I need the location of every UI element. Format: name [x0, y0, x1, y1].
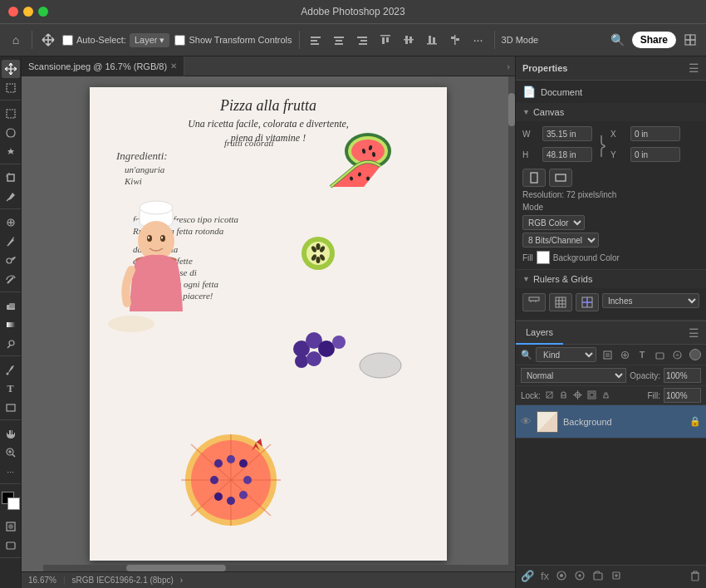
home-icon[interactable]: ⌂: [7, 31, 25, 49]
transform-checkbox[interactable]: [174, 35, 185, 46]
clone-tool[interactable]: [2, 252, 20, 270]
rulers-toggle-icon: ▼: [522, 275, 530, 283]
rulers-section-header[interactable]: ▼ Rulers & Grids: [516, 270, 706, 288]
layer-visibility-icon[interactable]: 👁: [521, 415, 532, 428]
dodge-tool[interactable]: [2, 335, 20, 353]
lock-transparent-icon[interactable]: [544, 390, 555, 402]
transform-check[interactable]: Show Transform Controls: [174, 35, 292, 46]
opacity-input[interactable]: [664, 368, 701, 383]
units-select[interactable]: Inches: [602, 293, 699, 308]
svg-point-68: [108, 316, 154, 332]
link-dimensions-icon[interactable]: [596, 134, 607, 159]
text-tool[interactable]: T: [2, 380, 20, 398]
filter-adjustment-icon[interactable]: [617, 347, 632, 362]
svg-point-96: [243, 476, 252, 484]
filter-shape-icon[interactable]: [652, 347, 667, 362]
document-tab[interactable]: Scansione.jpeg @ 16.7% (RGB/8) ✕: [22, 56, 184, 76]
quick-mask-mode[interactable]: [2, 517, 20, 536]
rulers-icon[interactable]: [522, 293, 546, 311]
vertical-scrollbar-thumb[interactable]: [508, 93, 515, 126]
layer-type-btn[interactable]: Layer ▾: [130, 33, 170, 47]
eraser-tool[interactable]: [2, 296, 20, 315]
y-row: Y: [610, 147, 680, 162]
x-input[interactable]: [630, 126, 680, 141]
distribute-more-icon[interactable]: ···: [469, 31, 488, 49]
layer-mask-icon[interactable]: [556, 570, 567, 584]
zoom-tool[interactable]: [2, 443, 20, 462]
tab-scroll-right[interactable]: ›: [502, 61, 515, 71]
more-tools[interactable]: ···: [2, 463, 20, 481]
filter-pixel-icon[interactable]: [600, 347, 615, 362]
vertical-scrollbar[interactable]: [508, 76, 515, 571]
history-brush-tool[interactable]: [2, 271, 20, 289]
portrait-icon[interactable]: [522, 169, 546, 187]
move-tool-icon[interactable]: [39, 31, 57, 49]
layer-effects-icon[interactable]: fx: [541, 570, 549, 584]
filter-smart-icon[interactable]: [669, 347, 684, 362]
align-right-icon[interactable]: [353, 31, 371, 49]
mode-select[interactable]: RGB Color: [522, 215, 585, 230]
share-button[interactable]: Share: [632, 32, 676, 48]
blend-mode-select[interactable]: Normal: [521, 368, 626, 383]
delete-layer-icon[interactable]: [689, 570, 701, 584]
fill-value-input[interactable]: [664, 388, 701, 403]
statusbar-arrow[interactable]: ›: [180, 576, 183, 585]
lock-image-icon[interactable]: [558, 390, 569, 402]
close-button[interactable]: [8, 7, 18, 17]
transform-tool[interactable]: [2, 79, 20, 97]
adjustment-layer-icon[interactable]: [574, 570, 586, 584]
distribute-mid-icon[interactable]: [400, 31, 418, 49]
magic-wand-tool[interactable]: [2, 143, 20, 161]
pen-tool[interactable]: [2, 360, 20, 379]
heal-tool[interactable]: [2, 213, 20, 232]
landscape-icon[interactable]: [549, 169, 572, 187]
shape-tool[interactable]: [2, 399, 20, 417]
auto-select-checkbox[interactable]: [62, 35, 73, 46]
lock-artboard-icon[interactable]: [586, 390, 597, 402]
filter-kind-select[interactable]: Kind: [536, 347, 596, 362]
maximize-button[interactable]: [38, 7, 48, 17]
canvas-scroll-area[interactable]: Pizza alla frutta Una ricetta facile, co…: [22, 76, 515, 571]
y-input[interactable]: [630, 147, 680, 162]
properties-menu-icon[interactable]: ☰: [689, 61, 699, 75]
filter-type-icon[interactable]: T: [635, 347, 650, 362]
distribute-vert-icon[interactable]: [446, 31, 464, 49]
width-input[interactable]: [542, 126, 592, 141]
layers-tab[interactable]: Layers: [516, 321, 563, 345]
height-input[interactable]: [542, 147, 592, 162]
brush-tool[interactable]: [2, 233, 20, 251]
tab-close-icon[interactable]: ✕: [170, 61, 177, 71]
new-layer-icon[interactable]: [610, 570, 622, 584]
hand-tool[interactable]: [2, 424, 20, 443]
background-layer-row[interactable]: 👁 Background 🔒: [516, 405, 706, 439]
eyedropper-tool[interactable]: [2, 188, 20, 206]
horizontal-scrollbar[interactable]: [43, 565, 508, 571]
move-tool[interactable]: [2, 60, 20, 78]
horizontal-scrollbar-thumb[interactable]: [126, 565, 226, 571]
background-color[interactable]: [7, 497, 20, 510]
new-group-icon[interactable]: [592, 570, 604, 584]
distribute-top-icon[interactable]: [376, 31, 395, 49]
link-layers-icon[interactable]: 🔗: [521, 570, 534, 584]
lock-position-icon[interactable]: [572, 390, 583, 402]
guides-icon[interactable]: [576, 293, 599, 311]
gradient-tool[interactable]: [2, 316, 20, 334]
lock-all-icon[interactable]: [601, 390, 611, 402]
grid-icon[interactable]: [549, 293, 572, 311]
minimize-button[interactable]: [23, 7, 33, 17]
distribute-bot-icon[interactable]: [423, 31, 441, 49]
search-icon[interactable]: 🔍: [609, 31, 627, 49]
crop-tool[interactable]: [2, 169, 20, 187]
marquee-tool[interactable]: [2, 105, 20, 123]
lasso-tool[interactable]: [2, 124, 20, 142]
align-center-icon[interactable]: [330, 31, 348, 49]
canvas-section-header[interactable]: ▼ Canvas: [516, 103, 706, 121]
fill-color-swatch[interactable]: [537, 251, 550, 264]
layers-menu-icon[interactable]: ☰: [682, 326, 706, 340]
filter-enabled-indicator[interactable]: [689, 349, 701, 360]
screen-mode[interactable]: [2, 537, 20, 555]
align-left-icon[interactable]: [306, 31, 325, 49]
auto-select-check[interactable]: Auto-Select: Layer ▾: [62, 33, 169, 47]
depth-select[interactable]: 8 Bits/Channel: [522, 233, 599, 247]
arrange-icon[interactable]: [681, 31, 699, 49]
